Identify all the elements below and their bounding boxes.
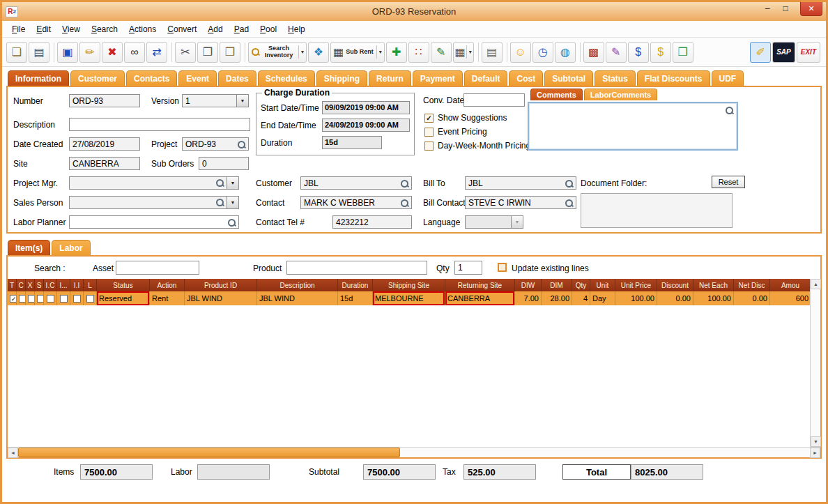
row-checkbox-s[interactable]	[37, 295, 44, 303]
column-header-net-disc[interactable]: Net Disc	[734, 279, 770, 291]
menu-view[interactable]: View	[56, 22, 86, 36]
cell-x[interactable]	[26, 291, 35, 305]
column-header-i-c[interactable]: I.C	[44, 279, 57, 291]
conv-date-field[interactable]	[463, 93, 525, 107]
contact-lookup-icon[interactable]	[400, 199, 409, 208]
column-header-i-i[interactable]: I.I	[70, 279, 84, 291]
tab-payment[interactable]: Payment	[413, 70, 463, 86]
column-header-discount[interactable]: Discount	[657, 279, 693, 291]
3d-shapes-button[interactable]: ❖	[308, 42, 329, 63]
checkbox-show-suggestions[interactable]: ✓	[424, 114, 434, 123]
bill-to-field[interactable]: JBL	[465, 176, 576, 190]
tab-information[interactable]: Information	[8, 70, 69, 86]
cell-status[interactable]: Reserved	[97, 291, 150, 305]
column-header-dim[interactable]: DIM	[542, 279, 572, 291]
cell-dim[interactable]: 28.00	[542, 291, 572, 305]
fax-print-button[interactable]: ▤	[482, 42, 503, 63]
customer-lookup-icon[interactable]	[400, 179, 409, 188]
cell-diw[interactable]: 7.00	[515, 291, 542, 305]
reset-button[interactable]: Reset	[712, 176, 745, 188]
items-tab-labor[interactable]: Labor	[52, 240, 90, 255]
tab-customer[interactable]: Customer	[70, 70, 125, 86]
contact-tel-field[interactable]: 4232212	[332, 215, 412, 229]
date-created-field[interactable]: 27/08/2019	[69, 137, 140, 151]
grid-data-row[interactable]: ✓ReservedRentJBL WINDJBL WIND15dMELBOURN…	[8, 291, 810, 305]
update-existing-lines-checkbox[interactable]	[498, 263, 507, 272]
menu-add[interactable]: Add	[202, 22, 228, 36]
description-field[interactable]	[69, 118, 250, 131]
sub-rent-button[interactable]: ▦Sub Rent▾	[330, 42, 385, 63]
sub-rent-button-dropdown-icon[interactable]: ▾	[376, 45, 382, 59]
tab-status[interactable]: Status	[595, 70, 636, 86]
comments-textarea[interactable]	[528, 102, 738, 151]
cell-returning-site[interactable]: CANBERRA	[445, 291, 515, 305]
cell-t[interactable]: ✓	[8, 291, 17, 305]
notes-pencil-button[interactable]: ✎	[606, 42, 627, 63]
menu-help[interactable]: Help	[282, 22, 311, 36]
sales-person-dropdown-icon[interactable]: ▼	[227, 196, 239, 209]
tab-dates[interactable]: Dates	[218, 70, 256, 86]
row-checkbox-i-c[interactable]	[47, 295, 54, 303]
smiley-button[interactable]: ☺	[510, 42, 531, 63]
menu-actions[interactable]: Actions	[123, 22, 162, 36]
edit-pencil-button[interactable]: ✏	[79, 42, 100, 63]
copy-button[interactable]: ❐	[197, 42, 218, 63]
cell-s[interactable]	[35, 291, 44, 305]
column-header-product-id[interactable]: Product ID	[185, 279, 257, 291]
column-header-action[interactable]: Action	[150, 279, 185, 291]
column-header-x[interactable]: X	[26, 279, 35, 291]
row-checkbox-c[interactable]	[19, 295, 26, 303]
column-header-amou[interactable]: Amou	[770, 279, 810, 291]
language-combo[interactable]: ▼	[465, 215, 523, 229]
menu-convert[interactable]: Convert	[162, 22, 202, 36]
sub-orders-field[interactable]: 0	[199, 157, 249, 170]
language-dropdown-icon[interactable]: ▼	[512, 215, 523, 229]
document-folder-box[interactable]	[581, 193, 733, 228]
tab-schedules[interactable]: Schedules	[258, 70, 315, 86]
horizontal-scroll-thumb[interactable]	[18, 448, 400, 457]
edit-note-button[interactable]: ✎	[431, 42, 452, 63]
tab-event[interactable]: Event	[178, 70, 217, 86]
menu-edit[interactable]: Edit	[31, 22, 56, 36]
menu-pool[interactable]: Pool	[254, 22, 282, 36]
comments-tab-comments[interactable]: Comments	[530, 89, 583, 100]
version-combo[interactable]: 1 ▼	[182, 94, 249, 107]
cell-c[interactable]	[17, 291, 26, 305]
site-field[interactable]: CANBERRA	[69, 157, 140, 170]
customer-field[interactable]: JBL	[300, 176, 412, 190]
add-line-button[interactable]: ✚	[386, 42, 407, 63]
column-header-description[interactable]: Description	[257, 279, 338, 291]
cell-i-i[interactable]	[70, 291, 84, 305]
checkbox-day-week-month-pricing[interactable]	[424, 142, 434, 151]
qty-input[interactable]: 1	[454, 261, 482, 275]
column-header-net-each[interactable]: Net Each	[693, 279, 734, 291]
save-button[interactable]: ▣	[57, 42, 78, 63]
cell-unit-price[interactable]: 100.00	[615, 291, 657, 305]
column-header-i[interactable]: I...	[57, 279, 70, 291]
tab-return[interactable]: Return	[369, 70, 411, 86]
column-header-qty[interactable]: Qty	[572, 279, 590, 291]
column-header-unit-price[interactable]: Unit Price	[615, 279, 657, 291]
row-checkbox-i-i[interactable]	[73, 295, 81, 303]
search-inventory-button[interactable]: Search Inventory▾	[248, 42, 307, 63]
search-inventory-button-dropdown-icon[interactable]: ▾	[298, 45, 304, 59]
project-lookup-icon[interactable]	[237, 140, 246, 149]
new-document-button[interactable]: ❏	[6, 42, 27, 63]
print-button[interactable]: ▤	[29, 42, 49, 63]
paste-button[interactable]: ❒	[220, 42, 240, 63]
column-header-c[interactable]: C	[17, 279, 26, 291]
column-header-shipping-site[interactable]: Shipping Site	[373, 279, 445, 291]
find-binoculars-button[interactable]: ∞	[124, 42, 145, 63]
menu-pad[interactable]: Pad	[229, 22, 254, 36]
money-coins-button[interactable]: $	[650, 42, 671, 63]
scroll-up-button[interactable]: ▲	[811, 279, 821, 289]
close-button[interactable]: ✕	[800, 2, 822, 16]
column-header-duration[interactable]: Duration	[338, 279, 373, 291]
cell-discount[interactable]: 0.00	[657, 291, 693, 305]
labor-planner-lookup-icon[interactable]	[227, 218, 236, 227]
checkbox-event-pricing[interactable]	[424, 128, 434, 137]
bill-contact-field[interactable]: STEVE C IRWIN	[465, 196, 576, 209]
comments-tab-laborcomments[interactable]: LaborComments	[584, 89, 657, 100]
cell-description[interactable]: JBL WIND	[257, 291, 338, 305]
column-header-t[interactable]: T	[8, 279, 17, 291]
